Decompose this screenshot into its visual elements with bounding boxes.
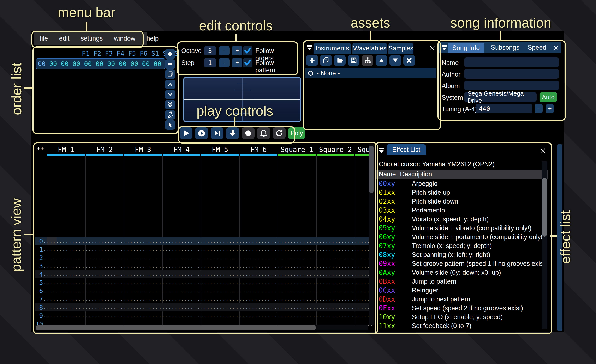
step-value[interactable]: 1 <box>204 58 216 67</box>
octave-minus-button[interactable]: - <box>219 46 230 55</box>
pattern-cell[interactable]: ............ <box>274 263 313 269</box>
record-button[interactable] <box>242 127 254 139</box>
instrument-list-item[interactable]: - None - <box>305 68 436 78</box>
pattern-cell[interactable]: ............ <box>236 239 274 244</box>
pattern-cell[interactable]: ............ <box>236 313 274 318</box>
pattern-cell[interactable]: ............ <box>43 247 82 252</box>
pattern-cell[interactable]: ............ <box>274 297 313 302</box>
effect-row[interactable]: 03xx Portamento <box>376 206 548 215</box>
channel-header[interactable]: Square 2 <box>316 146 355 154</box>
tab-speed[interactable]: Speed <box>528 44 546 51</box>
pattern-row[interactable]: 0.......................................… <box>35 237 369 245</box>
effect-row[interactable]: 09xx Set groove pattern (speed 1 if no g… <box>376 259 548 268</box>
menu-item[interactable]: window <box>114 35 135 42</box>
pattern-cell[interactable]: ............ <box>82 272 120 277</box>
order-row[interactable]: 00 00000000000000000000 <box>36 58 165 69</box>
play-to-cursor-button[interactable] <box>211 127 224 139</box>
pattern-cell[interactable]: ............ <box>313 247 351 252</box>
order-cell[interactable]: 00 <box>105 60 117 67</box>
order-cell[interactable]: 00 <box>94 60 105 67</box>
tab-subsongs[interactable]: Subsongs <box>491 44 519 51</box>
pattern-cell[interactable]: ............ <box>274 247 313 252</box>
pattern-cell[interactable]: ............ <box>158 255 197 260</box>
pattern-cell[interactable]: ............ <box>82 305 120 310</box>
pattern-cell[interactable]: ............ <box>120 305 158 310</box>
order-cell[interactable]: 00 <box>47 60 59 67</box>
pattern-cell[interactable]: ............ <box>313 239 351 244</box>
effect-row[interactable]: 11xx Set feedback (0 to 7) <box>376 321 548 330</box>
pattern-cell[interactable]: ............ <box>43 255 82 260</box>
octave-value[interactable]: 3 <box>204 46 216 55</box>
pattern-cell[interactable]: ............ <box>120 247 158 252</box>
menu-item[interactable]: file <box>40 35 48 42</box>
pattern-cell[interactable]: ............ <box>82 297 120 302</box>
pattern-cell[interactable]: ............ <box>158 297 197 302</box>
pattern-cell[interactable]: ............ <box>43 280 82 285</box>
effect-row[interactable]: 00xy Arpeggio <box>376 179 548 188</box>
pattern-cell[interactable]: ............ <box>158 305 197 310</box>
pattern-horizontal-scrollbar[interactable] <box>35 325 368 330</box>
pattern-cell[interactable]: ............ <box>274 288 313 293</box>
pattern-cell[interactable]: ............ <box>274 272 313 277</box>
tab-effect-list[interactable]: Effect List <box>387 144 426 155</box>
metronome-button[interactable] <box>257 127 270 139</box>
pattern-cell[interactable]: ............ <box>313 263 351 269</box>
pattern-cell[interactable]: ............ <box>274 313 313 318</box>
pattern-cell[interactable]: ............ <box>197 255 236 260</box>
follow-orders-checkbox[interactable] <box>243 46 253 55</box>
system-value[interactable]: Sega Genesis/Mega Drive <box>464 92 536 102</box>
pattern-expand-control[interactable]: ++ <box>37 145 44 152</box>
pattern-cell[interactable]: ............ <box>43 297 82 302</box>
channel-header[interactable]: FM 4 <box>162 146 201 154</box>
pattern-cell[interactable]: ............ <box>82 239 120 244</box>
order-move-bottom-button[interactable] <box>165 100 175 109</box>
pattern-cell[interactable]: ............ <box>197 288 236 293</box>
pattern-cell[interactable]: ............ <box>197 297 236 302</box>
pattern-cell[interactable]: ............ <box>274 255 313 260</box>
pattern-cell[interactable]: ............ <box>43 272 82 277</box>
pattern-cell[interactable]: ............ <box>43 263 82 269</box>
asset-move-down-button[interactable] <box>389 55 401 66</box>
pattern-cell[interactable]: ............ <box>82 288 120 293</box>
effect-row[interactable]: 04xy Vibrato (x: speed; y: depth) <box>376 215 548 224</box>
pattern-row[interactable]: 2.......................................… <box>35 254 369 262</box>
assets-tab[interactable]: Instruments <box>313 43 351 54</box>
pattern-cell[interactable]: ............ <box>197 239 236 244</box>
pattern-cell[interactable]: ............ <box>43 288 82 293</box>
channel-header[interactable]: FM 2 <box>85 146 124 154</box>
asset-tree-view-button[interactable] <box>362 55 373 66</box>
scrollbar-thumb[interactable] <box>36 325 316 330</box>
order-cell[interactable]: 00 <box>140 60 152 67</box>
order-duplicate-button[interactable] <box>165 70 175 79</box>
order-cell[interactable]: 00 <box>117 60 128 67</box>
pattern-cell[interactable]: ............ <box>120 239 158 244</box>
asset-save-button[interactable] <box>348 55 359 66</box>
pattern-cell[interactable]: ............ <box>197 247 236 252</box>
pattern-cell[interactable]: ............ <box>120 288 158 293</box>
pattern-cell[interactable]: ............ <box>120 263 158 269</box>
pattern-cell[interactable]: ............ <box>158 272 197 277</box>
pattern-cell[interactable]: ............ <box>313 305 351 310</box>
effect-row[interactable]: 0Bxx Jump to pattern <box>376 277 548 286</box>
follow-pattern-checkbox[interactable] <box>243 58 253 67</box>
asset-open-button[interactable] <box>334 55 346 66</box>
repeat-button[interactable] <box>273 127 286 139</box>
pattern-cell[interactable]: ............ <box>313 255 351 260</box>
assets-tab[interactable]: Samples <box>388 43 413 54</box>
asset-delete-button[interactable] <box>403 55 415 66</box>
pattern-cell[interactable]: ............ <box>236 247 274 252</box>
pattern-row[interactable]: 6.......................................… <box>35 287 369 295</box>
pattern-cell[interactable]: ............ <box>120 313 158 318</box>
pattern-cell[interactable]: ............ <box>313 297 351 302</box>
order-select-mode-button[interactable] <box>165 120 175 130</box>
pattern-cell[interactable]: ............ <box>158 313 197 318</box>
step-row-button[interactable] <box>226 127 239 139</box>
pattern-cell[interactable]: ............ <box>236 288 274 293</box>
play-from-cursor-button[interactable] <box>195 127 208 139</box>
step-minus-button[interactable]: - <box>219 58 230 67</box>
pattern-cell[interactable]: ............ <box>120 280 158 285</box>
assets-tab[interactable]: Wavetables <box>352 43 387 54</box>
order-move-up-button[interactable] <box>165 80 175 89</box>
pattern-cell[interactable]: ............ <box>82 263 120 269</box>
pattern-row[interactable]: 5.......................................… <box>35 278 369 287</box>
